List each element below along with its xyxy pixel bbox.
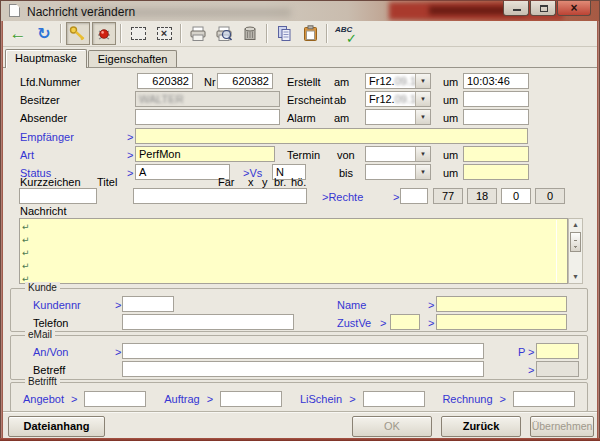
art-field[interactable]: PerfMon [135,146,275,162]
far-label: Far [218,176,235,188]
name-field[interactable] [436,296,567,312]
dropdown-arrow-icon[interactable]: ▼ [415,165,430,179]
nachricht-scrollbar[interactable]: ▲ ▼ [568,218,583,284]
restore-button[interactable] [530,1,556,16]
rechte-field[interactable] [400,188,428,204]
arrow: > [115,299,121,311]
titlebar[interactable]: Nachricht verändern × [1,1,599,21]
email-legend: eMail [25,329,55,340]
close-button[interactable]: × [557,1,591,16]
kunde-legend: Kunde [25,282,60,293]
scroll-down-icon[interactable]: ▼ [569,271,582,283]
erstellt-date-combobox[interactable]: Fr12.09.14 ▼ [365,73,431,89]
dropdown-arrow-icon[interactable]: ▼ [415,92,430,106]
dropdown-arrow-icon[interactable]: ▼ [415,74,430,88]
tab-eigenschaften[interactable]: Eigenschaften [88,50,178,67]
uebernehmen-button[interactable]: Übernehmen [530,416,594,437]
newline-mark-icon: ↵ [22,261,30,271]
rechte-value-2: 18 [467,188,497,204]
zurueck-button[interactable]: Zurück [441,416,521,437]
telefon-label: Telefon [33,317,68,329]
lischein-field[interactable] [363,391,425,407]
nr-field[interactable]: 620382 [217,73,273,89]
betreff-field[interactable] [122,361,484,377]
arrow: > [393,191,399,203]
art-label: Art [20,149,34,161]
arrow: > [71,393,77,405]
dropdown-arrow-icon[interactable]: ▼ [415,147,430,161]
auftrag-field[interactable] [220,391,282,407]
termin-von-time-field[interactable] [463,146,529,162]
right-margin-line [556,220,557,282]
erstellt-time-field[interactable]: 10:03:46 [463,73,529,89]
nachricht-textarea[interactable]: ↵ ↵ ↵ ↵ ↵ [19,218,568,284]
rechte-value-4: 0 [535,188,565,204]
message-line: ↵ [22,246,565,259]
print-preview-button[interactable] [212,22,236,45]
refresh-icon: ↻ [37,26,50,42]
um-label: um [443,149,458,161]
kurzzeichen-field[interactable] [19,188,97,204]
back-icon: ← [10,25,27,42]
back-button[interactable]: ← [6,22,30,45]
angebot-label: Angebot [23,393,64,405]
key-button[interactable] [66,22,90,45]
anvon-field[interactable] [122,343,484,359]
dateianhang-button[interactable]: Dateianhang [8,416,105,437]
rechnung-field[interactable] [513,391,575,407]
angebot-field[interactable] [84,391,146,407]
erscheint-time-field[interactable] [463,91,529,107]
copy-button[interactable] [272,22,296,45]
toolbar-separator [266,24,268,43]
bug-button[interactable] [92,22,116,45]
client-area: ← ↻ [3,21,597,438]
paste-button[interactable] [298,22,322,45]
alarm-date-combobox[interactable]: ▼ [365,109,431,125]
kundennr-field[interactable] [122,296,174,312]
lfd-nummer-field[interactable]: 620382 [137,73,193,89]
redacted-owner-name: WALTER [139,93,184,105]
termin-bis-combobox[interactable]: ▼ [365,164,431,180]
nachricht-label: Nachricht [20,205,66,217]
message-line: ↵ [22,259,565,272]
termin-von-combobox[interactable]: ▼ [365,146,431,162]
alarm-time-field[interactable] [463,109,529,125]
scroll-up-icon[interactable]: ▲ [569,219,582,231]
spellcheck-icon: ABC ✓ [335,25,357,43]
name-label: Name [337,299,366,311]
absender-field[interactable] [135,109,280,125]
zustve-field[interactable] [436,314,567,330]
bug-icon [95,25,113,43]
delete-selection-button[interactable]: × [152,22,176,45]
dropdown-arrow-icon[interactable]: ▼ [415,110,430,124]
telefon-field[interactable] [122,314,294,330]
erscheint-date-combobox[interactable]: Fr12.09.14 ▼ [365,91,431,107]
refresh-button[interactable]: ↻ [32,22,56,45]
tab-bar: Hauptmaske Eigenschaften [3,47,597,67]
tab-hauptmaske[interactable]: Hauptmaske [5,49,87,68]
p-field[interactable] [536,343,579,359]
ok-button[interactable]: OK [352,416,432,437]
titel-field[interactable] [133,188,307,204]
print-button[interactable] [186,22,210,45]
scrollbar-thumb[interactable] [570,232,581,252]
termin-bis-time-field[interactable] [463,164,529,180]
rechte-value-3[interactable]: 0 [501,188,531,204]
kurzzeichen-label: Kurzzeichen [20,176,81,188]
titel-label: Titel [97,176,117,188]
besitzer-field: WALTER [135,91,280,107]
selection-button[interactable] [126,22,150,45]
absender-label: Absender [20,112,67,124]
shredder-button[interactable] [238,22,262,45]
zustve-code-field[interactable] [390,314,420,330]
erstellt-am-label: am [334,76,349,88]
empfaenger-field[interactable] [135,128,528,144]
minimize-button[interactable] [503,1,529,16]
key-icon [69,25,87,43]
anvon-label: An/Von [33,346,68,358]
betrifft-group: Betrifft Angebot > Auftrag > LiSchein [10,382,588,412]
message-line: ↵ [22,233,565,246]
status-field[interactable]: A [135,164,230,180]
erscheint-ab-label: ab [334,94,346,106]
spellcheck-button[interactable]: ABC ✓ [332,22,360,45]
